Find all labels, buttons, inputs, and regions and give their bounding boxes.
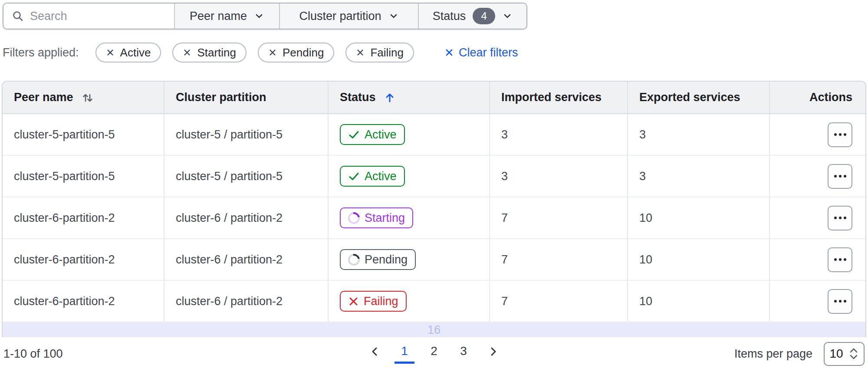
peer-name-filter-dropdown[interactable]: Peer name bbox=[174, 3, 279, 29]
actions-cell bbox=[770, 239, 865, 280]
column-header-label: Imported services bbox=[501, 91, 602, 104]
partial-next-row[interactable]: 16 bbox=[3, 322, 865, 337]
status-cell: Failing bbox=[329, 281, 490, 322]
row-actions-button[interactable] bbox=[828, 206, 852, 230]
peer-name-cell: cluster-5-partition-5 bbox=[3, 114, 164, 155]
status-badge-label: Pending bbox=[365, 253, 408, 266]
chevron-down-icon bbox=[388, 11, 399, 21]
status-filter-label: Status bbox=[433, 10, 466, 23]
filter-pill-pending[interactable]: Pending bbox=[258, 43, 334, 62]
sort-ascending-icon bbox=[384, 92, 396, 104]
actions-cell bbox=[770, 114, 865, 155]
search-input[interactable] bbox=[30, 10, 164, 23]
filter-pill-label: Starting bbox=[197, 46, 236, 59]
peer-name-cell: cluster-6-partition-2 bbox=[3, 239, 164, 280]
stepper-icon bbox=[848, 347, 859, 360]
peer-name-filter-label: Peer name bbox=[190, 10, 247, 23]
ellipsis-icon bbox=[834, 258, 846, 261]
filter-pill-failing[interactable]: Failing bbox=[345, 43, 414, 62]
peer-name-cell: cluster-6-partition-2 bbox=[3, 197, 164, 238]
column-header-actions: Actions bbox=[770, 82, 865, 114]
imported-services-cell: 7 bbox=[490, 197, 628, 238]
sort-icon bbox=[81, 91, 94, 104]
column-header-label: Actions bbox=[809, 91, 852, 104]
x-icon bbox=[348, 296, 359, 307]
imported-services-cell: 3 bbox=[490, 156, 628, 197]
table-row: cluster-5-partition-5 cluster-5 / partit… bbox=[3, 114, 865, 156]
filters-applied-bar: Filters applied: Active Starting Pending… bbox=[3, 43, 868, 62]
chevron-left-icon bbox=[369, 346, 381, 357]
page-navigation: 1 2 3 bbox=[365, 344, 503, 364]
items-per-page-select[interactable]: 10 bbox=[824, 342, 865, 366]
status-filter-dropdown[interactable]: Status 4 bbox=[418, 3, 526, 29]
row-actions-button[interactable] bbox=[828, 247, 852, 272]
table-row: cluster-6-partition-2 cluster-6 / partit… bbox=[3, 239, 865, 281]
filter-pill-label: Active bbox=[120, 46, 151, 59]
filter-pill-active[interactable]: Active bbox=[95, 43, 161, 62]
status-cell: Active bbox=[329, 156, 490, 197]
filter-pill-list: Active Starting Pending Failing bbox=[95, 43, 414, 62]
status-badge-label: Active bbox=[365, 170, 397, 183]
search-box[interactable] bbox=[3, 3, 174, 29]
next-page-button[interactable] bbox=[483, 346, 503, 362]
column-header-label: Exported services bbox=[639, 91, 740, 104]
close-icon bbox=[183, 48, 191, 57]
row-actions-button[interactable] bbox=[828, 164, 852, 189]
cluster-partition-cell: cluster-5 / partition-5 bbox=[164, 156, 329, 197]
column-header-status[interactable]: Status bbox=[329, 82, 490, 114]
actions-cell bbox=[770, 281, 865, 322]
row-actions-button[interactable] bbox=[828, 122, 852, 147]
table-row: cluster-5-partition-5 cluster-5 / partit… bbox=[3, 156, 865, 197]
status-badge-active: Active bbox=[340, 124, 405, 145]
close-icon bbox=[106, 48, 115, 57]
imported-services-cell: 7 bbox=[490, 281, 628, 322]
filter-toolbar: Peer name Cluster partition Status 4 bbox=[3, 3, 527, 30]
status-badge-label: Failing bbox=[364, 295, 398, 308]
check-icon bbox=[348, 129, 360, 141]
items-per-page-label: Items per page bbox=[734, 347, 812, 361]
ellipsis-icon bbox=[834, 300, 846, 303]
chevron-down-icon bbox=[502, 11, 513, 21]
status-cell: Starting bbox=[329, 197, 490, 238]
pagination-bar: 1-10 of 100 1 2 3 Items per page 10 bbox=[0, 337, 868, 370]
close-icon bbox=[268, 48, 277, 57]
spinner-icon bbox=[346, 251, 362, 268]
column-header-exported-services: Exported services bbox=[628, 82, 770, 114]
column-header-label: Cluster partition bbox=[176, 91, 266, 104]
spinner-icon bbox=[346, 210, 362, 226]
status-badge-failing: Failing bbox=[340, 291, 407, 312]
ellipsis-icon bbox=[834, 175, 846, 178]
peer-name-cell: cluster-6-partition-2 bbox=[3, 281, 164, 322]
status-badge-pending: Pending bbox=[340, 249, 416, 270]
status-badge-label: Active bbox=[365, 128, 397, 141]
cluster-partition-cell: cluster-6 / partition-2 bbox=[164, 239, 329, 280]
peer-name-cell: cluster-5-partition-5 bbox=[3, 156, 164, 197]
table-body: cluster-5-partition-5 cluster-5 / partit… bbox=[3, 114, 865, 337]
cluster-partition-cell: cluster-6 / partition-2 bbox=[164, 281, 329, 322]
column-header-label: Status bbox=[340, 91, 376, 104]
chevron-down-icon bbox=[254, 11, 264, 21]
filter-pill-starting[interactable]: Starting bbox=[172, 43, 247, 62]
status-badge-starting: Starting bbox=[340, 207, 413, 228]
exported-services-cell: 10 bbox=[628, 197, 770, 238]
column-header-peer-name[interactable]: Peer name bbox=[3, 82, 164, 114]
ellipsis-icon bbox=[834, 133, 846, 136]
cluster-partition-cell: cluster-5 / partition-5 bbox=[164, 114, 329, 155]
imported-services-cell: 7 bbox=[490, 239, 628, 280]
items-per-page-value: 10 bbox=[829, 347, 843, 361]
cluster-partition-cell: cluster-6 / partition-2 bbox=[164, 197, 329, 238]
filter-pill-label: Failing bbox=[370, 46, 404, 59]
exported-services-cell: 10 bbox=[628, 281, 770, 322]
previous-page-button[interactable] bbox=[365, 346, 385, 362]
page-button-1[interactable]: 1 bbox=[395, 344, 414, 364]
exported-services-cell: 3 bbox=[628, 156, 770, 197]
exported-services-cell: 10 bbox=[628, 239, 770, 280]
close-icon bbox=[356, 48, 365, 57]
page-button-3[interactable]: 3 bbox=[454, 344, 473, 364]
page-button-2[interactable]: 2 bbox=[424, 344, 444, 364]
table-row: cluster-6-partition-2 cluster-6 / partit… bbox=[3, 281, 865, 322]
cluster-partition-filter-dropdown[interactable]: Cluster partition bbox=[279, 3, 418, 29]
search-icon bbox=[12, 10, 24, 22]
clear-filters-button[interactable]: Clear filters bbox=[444, 46, 518, 59]
row-actions-button[interactable] bbox=[828, 289, 852, 314]
